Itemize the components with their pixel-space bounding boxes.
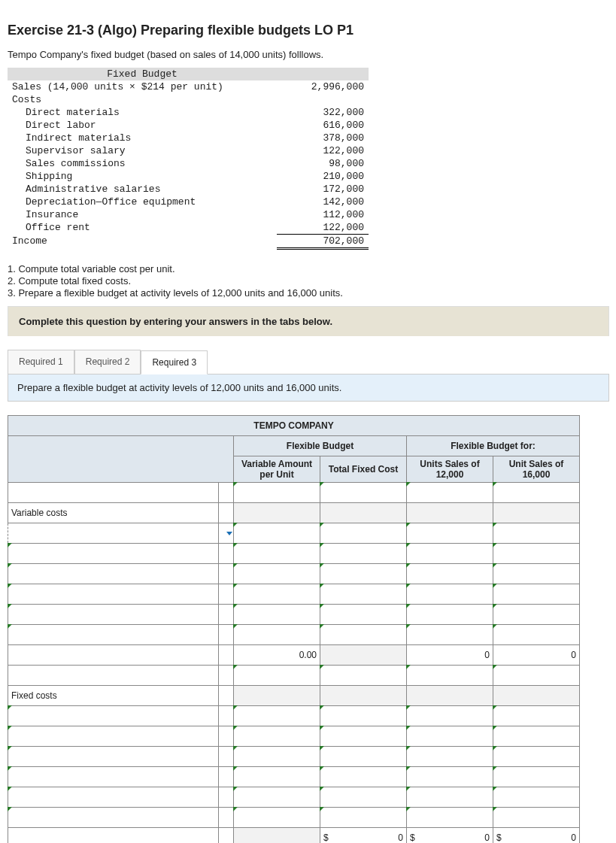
- fb-cell[interactable]: [8, 483, 219, 503]
- chevron-down-icon: [226, 532, 232, 535]
- fb-cell[interactable]: [407, 767, 493, 787]
- fb-grand-fixed: $0: [320, 828, 407, 844]
- fb-cell[interactable]: [234, 483, 320, 503]
- fb-cell[interactable]: [8, 808, 219, 828]
- fb-cell[interactable]: [407, 523, 493, 544]
- fb-cell[interactable]: [234, 523, 320, 544]
- fb-cell[interactable]: [493, 625, 580, 645]
- fb-cell[interactable]: [234, 747, 320, 767]
- intro-text: Tempo Company's fixed budget (based on s…: [8, 49, 609, 60]
- fb-total-16000: 0: [493, 645, 580, 666]
- fb-cell[interactable]: [234, 544, 320, 564]
- fb-cell[interactable]: [320, 767, 407, 787]
- fb-cell[interactable]: [407, 625, 493, 645]
- fb-cell[interactable]: [493, 726, 580, 747]
- fb-cell[interactable]: [320, 747, 407, 767]
- fb-cell[interactable]: [8, 645, 219, 666]
- fb-cell[interactable]: [8, 605, 219, 625]
- fb-cell[interactable]: [234, 625, 320, 645]
- fixed-budget-value: 98,000: [277, 157, 369, 170]
- fb-cell[interactable]: [407, 564, 493, 584]
- fb-cell[interactable]: [8, 726, 219, 747]
- fb-dropdown-cell[interactable]: [8, 523, 219, 544]
- fb-cell[interactable]: [320, 605, 407, 625]
- fb-cell[interactable]: [8, 747, 219, 767]
- fb-section-variable: Variable costs: [8, 503, 219, 523]
- fb-cell[interactable]: [8, 544, 219, 564]
- flexible-budget-table: TEMPO COMPANY Flexible Budget Flexible B…: [8, 415, 580, 843]
- fb-cell[interactable]: [493, 767, 580, 787]
- fb-cell[interactable]: [407, 747, 493, 767]
- fb-cell[interactable]: [493, 564, 580, 584]
- fb-cell[interactable]: [8, 787, 219, 808]
- fb-cell[interactable]: [320, 584, 407, 605]
- fb-h2-16000: Unit Sales of 16,000: [493, 456, 580, 483]
- tab-required-2[interactable]: Required 2: [74, 350, 141, 374]
- fb-cell[interactable]: [8, 767, 219, 787]
- fb-cell[interactable]: [234, 584, 320, 605]
- fb-cell[interactable]: [8, 584, 219, 605]
- fb-cell[interactable]: [8, 828, 219, 844]
- fb-cell[interactable]: [493, 544, 580, 564]
- fixed-budget-label: Shipping: [8, 170, 277, 183]
- fb-h2-var-amt: Variable Amount per Unit: [234, 456, 320, 483]
- fixed-budget-value: 122,000: [277, 144, 369, 157]
- fb-cell[interactable]: [320, 523, 407, 544]
- fb-cell[interactable]: [320, 787, 407, 808]
- fixed-budget-label: Administrative salaries: [8, 183, 277, 196]
- fb-cell[interactable]: [8, 666, 219, 686]
- fixed-budget-value: 378,000: [277, 132, 369, 144]
- fb-cell[interactable]: [320, 706, 407, 726]
- fb-cell[interactable]: [234, 666, 320, 686]
- fb-cell[interactable]: [320, 564, 407, 584]
- fb-cell[interactable]: [407, 808, 493, 828]
- fb-cell[interactable]: [234, 564, 320, 584]
- fixed-budget-value: 142,000: [277, 196, 369, 208]
- fb-cell[interactable]: [234, 726, 320, 747]
- fb-cell[interactable]: [493, 747, 580, 767]
- fb-cell[interactable]: [407, 483, 493, 503]
- fixed-budget-label: Direct materials: [8, 106, 277, 119]
- fb-cell[interactable]: [407, 666, 493, 686]
- fb-cell[interactable]: [407, 706, 493, 726]
- fb-cell[interactable]: [8, 706, 219, 726]
- fb-cell[interactable]: [234, 767, 320, 787]
- fb-cell[interactable]: [407, 787, 493, 808]
- fb-cell[interactable]: [407, 605, 493, 625]
- fb-cell[interactable]: [8, 625, 219, 645]
- requirement-1: 1. Compute total variable cost per unit.: [8, 263, 609, 274]
- fb-cell[interactable]: [493, 605, 580, 625]
- tab-required-3[interactable]: Required 3: [141, 350, 208, 374]
- fb-cell[interactable]: [320, 544, 407, 564]
- tab-required-1[interactable]: Required 1: [8, 350, 74, 374]
- fb-cell[interactable]: [234, 605, 320, 625]
- fixed-budget-value: [277, 93, 369, 106]
- fb-total-var-amt: 0.00: [234, 645, 320, 666]
- fb-cell[interactable]: [493, 808, 580, 828]
- fb-cell[interactable]: [234, 706, 320, 726]
- fb-cell[interactable]: [493, 787, 580, 808]
- fb-hdr-left: Flexible Budget: [234, 436, 407, 456]
- fb-cell[interactable]: [234, 808, 320, 828]
- fb-cell[interactable]: [320, 726, 407, 747]
- fb-cell[interactable]: [320, 808, 407, 828]
- fb-cell[interactable]: [320, 483, 407, 503]
- fb-cell[interactable]: [493, 584, 580, 605]
- fb-cell[interactable]: [493, 483, 580, 503]
- fb-cell[interactable]: [407, 544, 493, 564]
- fb-cell[interactable]: [493, 706, 580, 726]
- fb-cell[interactable]: [493, 666, 580, 686]
- fb-cell[interactable]: [407, 584, 493, 605]
- fb-cell[interactable]: [320, 666, 407, 686]
- fb-cell[interactable]: [8, 564, 219, 584]
- fixed-budget-value: 122,000: [277, 221, 369, 235]
- dropdown-caret-cell[interactable]: [219, 523, 234, 544]
- fb-cell[interactable]: [493, 523, 580, 544]
- fb-grand-16000: $0: [493, 828, 580, 844]
- fb-cell[interactable]: [320, 625, 407, 645]
- fb-section-fixed: Fixed costs: [8, 686, 219, 706]
- fixed-budget-table: Fixed Budget Sales (14,000 units × $214 …: [8, 68, 369, 250]
- fb-cell[interactable]: [407, 726, 493, 747]
- fb-cell[interactable]: [234, 787, 320, 808]
- fixed-budget-value: 112,000: [277, 208, 369, 221]
